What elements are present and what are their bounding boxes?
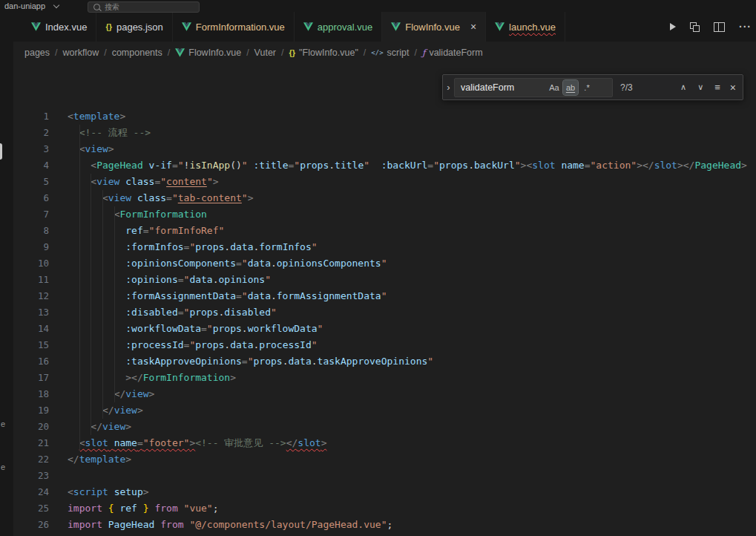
tab-Index.vue[interactable]: Index.vue [22, 12, 96, 42]
line-number: 17 [13, 370, 49, 386]
code-line[interactable]: 26import PageHead from "@/components/lay… [13, 517, 756, 533]
editor-pane: 1<template>2 <!-- 流程 -->3 <view>4 <PageH… [13, 64, 756, 536]
close-icon[interactable]: × [470, 22, 476, 32]
sidebar-edge: e e [0, 12, 13, 536]
code-line[interactable]: 3 <view> [13, 141, 756, 157]
code-line[interactable]: 23 [13, 468, 756, 484]
tab-label: Index.vue [45, 22, 87, 33]
code-line[interactable]: 2 <!-- 流程 --> [13, 125, 756, 141]
tab-pages.json[interactable]: {}pages.json [96, 12, 172, 42]
tab-launch.vue[interactable]: launch.vue [486, 12, 565, 42]
code-line[interactable]: 11 :opinions="data.opinions" [13, 272, 756, 288]
code-line-text: <slot name="footer"><!-- 审批意见 --></slot> [68, 435, 326, 451]
code-line[interactable]: 25import { ref } from "vue"; [13, 500, 756, 517]
line-number: 6 [13, 190, 49, 206]
regex-toggle[interactable]: .* [579, 80, 594, 95]
code-line-text: <template> [68, 108, 125, 125]
previous-match-icon[interactable]: ∧ [680, 83, 686, 91]
breadcrumb-item-components[interactable]: components [112, 48, 162, 58]
breadcrumb-label: Vuter [254, 48, 276, 58]
code-line[interactable]: 13 :disabled="props.disabled" [13, 304, 756, 321]
line-number: 22 [13, 451, 49, 468]
breadcrumb-item-Vuter[interactable]: Vuter [254, 48, 276, 58]
line-number: 7 [13, 206, 49, 223]
breadcrumb-item-script[interactable]: </>script [371, 48, 409, 58]
vscode-window: dan-uniapp 搜索 e e Index.vue{}pages.jsonF… [0, 0, 756, 536]
code-line[interactable]: 4 <PageHead v-if="!isInApp()" :title="pr… [13, 157, 756, 174]
code-area[interactable]: 1<template>2 <!-- 流程 -->3 <view>4 <PageH… [13, 64, 756, 533]
code-line[interactable]: 15 :processId="props.data.processId" [13, 337, 756, 353]
tab-label: launch.vue [509, 22, 556, 33]
breadcrumb-item-pages[interactable]: pages [24, 48, 50, 58]
search-placeholder: 搜索 [105, 2, 119, 13]
breadcrumb-item-FlowInfo.vue[interactable]: {}"FlowInfo.vue" [289, 48, 358, 58]
code-line[interactable]: 9 :formInfos="props.data.formInfos" [13, 239, 756, 255]
code-line[interactable]: 16 :taskApproveOpinions="props.data.task… [13, 353, 756, 370]
tab-label: pages.json [116, 22, 163, 33]
tab-approval.vue[interactable]: approval.vue [295, 12, 382, 42]
code-line-text: :formInfos="props.data.formInfos" [68, 239, 318, 255]
line-number: 24 [13, 484, 49, 500]
breadcrumb-label: validateForm [429, 48, 482, 58]
tab-FlowInfo.vue[interactable]: FlowInfo.vue× [382, 12, 486, 42]
code-line[interactable]: 18 </view> [13, 386, 756, 402]
code-line[interactable]: 22</template> [13, 451, 756, 468]
line-number: 25 [13, 500, 49, 517]
active-item-indicator [0, 143, 2, 160]
run-icon[interactable] [670, 23, 676, 30]
code-line[interactable]: 24<script setup> [13, 484, 756, 500]
line-number: 12 [13, 288, 49, 304]
breadcrumb-item-validateForm[interactable]: ƒvalidateForm [422, 48, 483, 58]
chevron-down-icon [53, 1, 59, 7]
code-line[interactable]: 8 ref="formInfoRef" [13, 223, 756, 239]
code-line[interactable]: 17 ></FormInformation> [13, 370, 756, 386]
code-line[interactable]: 12 :formAssignmentData="data.formAssignm… [13, 288, 756, 304]
whole-word-toggle[interactable]: ab [563, 80, 578, 95]
code-line-text: <script setup> [68, 484, 149, 500]
code-line-text: :opinions="data.opinions" [68, 272, 271, 288]
code-line[interactable]: 5 <view class="content"> [13, 174, 756, 190]
line-number: 5 [13, 174, 49, 190]
next-match-icon[interactable]: ∨ [697, 83, 703, 91]
code-line-text: <FormInformation [68, 206, 207, 223]
line-number: 20 [13, 419, 49, 435]
code-line-text: :workflowData="props.workflowData" [68, 321, 323, 337]
code-line[interactable]: 6 <view class="tab-content"> [13, 190, 756, 206]
match-case-toggle[interactable]: Aa [547, 80, 562, 95]
more-actions-icon[interactable]: ··· [739, 21, 752, 33]
indent-guide [79, 125, 80, 451]
find-input[interactable] [455, 82, 547, 93]
global-search-box[interactable]: 搜索 [88, 1, 200, 13]
line-number: 15 [13, 337, 49, 353]
workspace-name[interactable]: dan-uniapp [4, 1, 45, 10]
code-line[interactable]: 14 :workflowData="props.workflowData" [13, 321, 756, 337]
line-number: 21 [13, 435, 49, 451]
breadcrumb-separator: / [104, 48, 106, 58]
search-icon [93, 4, 100, 10]
breadcrumb-label: workflow [63, 48, 99, 58]
breadcrumb-label: "FlowInfo.vue" [299, 48, 358, 58]
code-line[interactable]: 21 <slot name="footer"><!-- 审批意见 --></sl… [13, 435, 756, 451]
code-line[interactable]: 1<template> [13, 108, 756, 125]
code-line[interactable]: 20 </view> [13, 419, 756, 435]
code-line[interactable]: 7 <FormInformation [13, 206, 756, 223]
breadcrumb-item-workflow[interactable]: workflow [63, 48, 99, 58]
code-line[interactable]: 10 :opinionsComponents="data.opinionsCom… [13, 255, 756, 272]
close-icon[interactable]: × [730, 82, 736, 93]
line-number: 4 [13, 157, 49, 174]
code-line[interactable]: 19 </view> [13, 402, 756, 419]
find-in-selection-icon[interactable]: ≡ [714, 82, 720, 92]
line-number: 9 [13, 239, 49, 255]
code-line-text: ></FormInformation> [68, 370, 236, 386]
breadcrumb-item-FlowInfo.vue[interactable]: FlowInfo.vue [175, 48, 241, 58]
breadcrumb-label: components [112, 48, 162, 58]
indent-guide [114, 206, 115, 402]
breadcrumb-label: pages [24, 48, 50, 58]
line-number: 8 [13, 223, 49, 239]
split-editor-icon[interactable] [714, 22, 725, 32]
toggle-replace-icon[interactable]: › [443, 75, 454, 99]
breadcrumb-label: script [387, 48, 410, 58]
tab-FormInformation.vue[interactable]: FormInformation.vue [173, 12, 295, 42]
open-changes-icon[interactable] [690, 22, 700, 32]
tab-label: FormInformation.vue [196, 22, 285, 33]
